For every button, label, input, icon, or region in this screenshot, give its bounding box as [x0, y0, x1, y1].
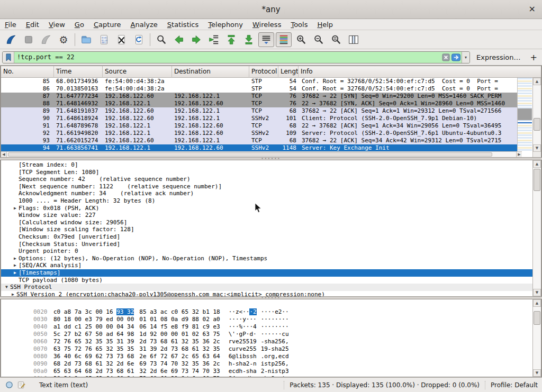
detail-line[interactable]: ▶ [Timestamps]	[1, 269, 532, 277]
packet-row[interactable]: 93 71.662015274 192.168.122.60 192.168.1…	[1, 137, 518, 144]
go-to-packet-button[interactable]	[206, 32, 222, 47]
packet-row[interactable]: 92 71.661949820 192.168.122.1 192.168.12…	[1, 130, 518, 137]
reload-file-button[interactable]	[131, 32, 147, 47]
expand-arrow-icon[interactable]: ▼	[3, 284, 10, 291]
expand-arrow-icon[interactable]: ▶	[12, 269, 19, 277]
scrollbar-thumb[interactable]	[534, 311, 540, 325]
capture-options-button[interactable]: ⚙	[56, 32, 71, 47]
detail-line[interactable]: Checksum: 0x79ed [unverified]	[1, 233, 532, 241]
scrollbar-thumb[interactable]	[534, 118, 540, 131]
zoom-out-button[interactable]	[311, 32, 327, 47]
packet-row[interactable]: 85 68.001734936 fe:54:00:d4:38:2a STP 54…	[1, 78, 518, 85]
go-back-button[interactable]	[171, 32, 187, 47]
go-last-packet-button[interactable]	[241, 32, 257, 47]
menu-item[interactable]: Statistics	[162, 20, 203, 30]
expand-arrow-icon[interactable]	[12, 241, 19, 248]
menu-item[interactable]: Go	[70, 20, 89, 30]
filter-history-dropdown[interactable]: ▾	[462, 52, 469, 63]
scroll-up-arrow-icon[interactable]: ▲	[533, 299, 541, 307]
expand-arrow-icon[interactable]	[12, 190, 19, 197]
profile-label[interactable]: Profile: Default	[491, 381, 538, 389]
resize-columns-button[interactable]	[346, 32, 362, 47]
detail-line[interactable]: TCP payload (1080 bytes)	[1, 277, 532, 284]
expand-arrow-icon[interactable]	[12, 176, 19, 183]
expand-arrow-icon[interactable]	[12, 161, 19, 169]
packet-row[interactable]: 89 71.648191037 192.168.122.60 192.168.1…	[1, 107, 518, 115]
detail-line[interactable]: [TCP Segment Len: 1080]	[1, 169, 532, 176]
expand-arrow-icon[interactable]: ▶	[12, 255, 19, 262]
expand-arrow-icon[interactable]	[12, 219, 19, 226]
detail-line[interactable]: ▼ SSH Protocol	[1, 284, 532, 291]
display-filter-input[interactable]	[14, 53, 441, 61]
hex-vscrollbar[interactable]: ▲ ▼	[532, 299, 541, 377]
scrollbar-thumb[interactable]	[534, 169, 540, 191]
expand-arrow-icon[interactable]: ▶	[12, 262, 19, 269]
expand-arrow-icon[interactable]	[12, 183, 19, 190]
column-header[interactable]: Destination	[172, 66, 249, 78]
go-first-packet-button[interactable]	[223, 32, 239, 47]
packet-list-header[interactable]: No.TimeSourceDestinationProtocolLengthIn…	[1, 66, 541, 78]
zoom-in-button[interactable]	[293, 32, 309, 47]
packet-row[interactable]: 88 71.648146932 192.168.122.1 192.168.12…	[1, 100, 518, 107]
colorize-button[interactable]	[276, 32, 292, 47]
column-header[interactable]: Source	[103, 66, 172, 78]
detail-line[interactable]: [Calculated window size: 29056]	[1, 219, 532, 226]
detail-line[interactable]: ▶ Flags: 0x018 (PSH, ACK)	[1, 205, 532, 212]
expand-arrow-icon[interactable]	[12, 277, 19, 284]
hex-row[interactable]: 0020c0 a8 7a 3c 00 16 93 3285 a3 ac c0 6…	[5, 301, 289, 308]
stop-capture-button[interactable]	[21, 32, 37, 47]
detail-line[interactable]: Sequence number: 42 (relative sequence n…	[1, 176, 532, 183]
open-file-button[interactable]	[78, 32, 94, 47]
zoom-original-button[interactable]	[328, 32, 344, 47]
detail-line[interactable]: Window size value: 227	[1, 212, 532, 219]
detail-line[interactable]: [Stream index: 0]	[1, 161, 532, 169]
expression-button[interactable]: Expression…	[476, 53, 521, 61]
packet-row[interactable]: 87 71.647777234 192.168.122.60 192.168.1…	[1, 93, 518, 100]
column-header[interactable]: Length	[278, 66, 299, 78]
start-capture-button[interactable]	[3, 32, 19, 47]
restart-capture-button[interactable]	[38, 32, 54, 47]
expand-arrow-icon[interactable]	[12, 212, 19, 219]
detail-line[interactable]: 1000 .... = Header Length: 32 bytes (8)	[1, 197, 532, 205]
packet-list-vscrollbar[interactable]: ▲ ▼	[532, 78, 541, 152]
filter-apply-button[interactable]	[451, 53, 460, 62]
add-filter-button[interactable]: +	[530, 52, 537, 62]
menu-item[interactable]: Edit	[21, 20, 44, 30]
menu-item[interactable]: Tools	[286, 20, 312, 30]
filter-clear-button[interactable]	[441, 53, 450, 62]
column-header[interactable]: Protocol	[249, 66, 278, 78]
menu-item[interactable]: View	[44, 20, 70, 30]
scroll-left-arrow-icon[interactable]: ◀	[1, 152, 7, 157]
detail-line[interactable]: Urgent pointer: 0	[1, 248, 532, 255]
column-header[interactable]: No.	[1, 66, 54, 78]
packet-row[interactable]: 90 71.648618924 192.168.122.60 192.168.1…	[1, 115, 518, 122]
expand-arrow-icon[interactable]	[12, 169, 19, 176]
detail-line[interactable]: [Checksum Status: Unverified]	[1, 241, 532, 248]
find-packet-button[interactable]	[153, 32, 169, 47]
details-vscrollbar[interactable]: ▲ ▼	[532, 160, 541, 296]
expert-info-icon[interactable]	[5, 381, 13, 389]
detail-line[interactable]: Acknowledgment number: 34 (relative ack …	[1, 190, 532, 197]
menu-item[interactable]: Analyze	[126, 20, 162, 30]
menu-item[interactable]: Help	[312, 20, 338, 30]
capture-comment-icon[interactable]	[17, 381, 25, 389]
go-forward-button[interactable]	[188, 32, 204, 47]
expand-arrow-icon[interactable]	[12, 248, 19, 255]
packet-row[interactable]: 94 71.663856741 192.168.122.1 192.168.12…	[1, 144, 518, 152]
expand-arrow-icon[interactable]: ▶	[10, 291, 16, 296]
close-file-button[interactable]	[113, 32, 129, 47]
scroll-up-arrow-icon[interactable]: ▲	[533, 160, 541, 168]
expand-arrow-icon[interactable]	[12, 197, 19, 205]
scroll-down-arrow-icon[interactable]: ▼	[533, 289, 541, 296]
expand-arrow-icon[interactable]	[12, 233, 19, 241]
menu-item[interactable]: File	[0, 20, 21, 30]
expand-arrow-icon[interactable]: ▶	[12, 205, 19, 212]
menu-item[interactable]: Capture	[89, 20, 126, 30]
packet-row[interactable]: 91 71.648789678 192.168.122.1 192.168.12…	[1, 122, 518, 130]
expand-arrow-icon[interactable]	[12, 226, 19, 233]
column-header[interactable]: Info	[299, 66, 541, 78]
filter-bookmark-button[interactable]	[3, 52, 14, 63]
intelligent-scrollbar-minimap[interactable]	[517, 78, 532, 152]
scroll-down-arrow-icon[interactable]: ▼	[533, 369, 541, 377]
detail-line[interactable]: ▶ Options: (12 bytes), No-Operation (NOP…	[1, 255, 532, 262]
